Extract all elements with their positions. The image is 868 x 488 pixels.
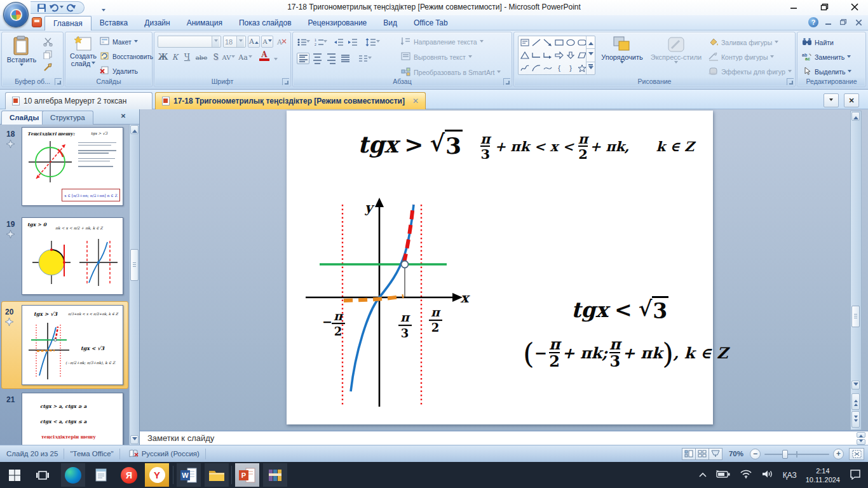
delete-slide-button[interactable]: Удалить — [100, 66, 138, 76]
shape-scribble-icon[interactable] — [519, 62, 531, 74]
volume-indicator[interactable] — [761, 470, 774, 481]
quick-styles-button[interactable]: Экспресс-стили — [648, 36, 705, 65]
minimize-button[interactable] — [785, 1, 802, 13]
drawing-dialog-launcher[interactable] — [787, 78, 794, 85]
battery-indicator[interactable] — [716, 470, 731, 481]
panel-close-button[interactable]: ✕ — [118, 112, 128, 122]
shapes-scroll-up[interactable] — [587, 36, 595, 48]
clipboard-dialog-launcher[interactable] — [55, 78, 62, 85]
notes-scroll-up[interactable] — [857, 432, 865, 438]
taskbar-yandex[interactable]: Y — [145, 463, 169, 487]
tab-close-button[interactable]: ✕ — [844, 93, 859, 107]
shrink-font-button[interactable]: A — [261, 36, 273, 48]
font-name-dropdown[interactable] — [212, 36, 219, 47]
tab-home[interactable]: Главная — [44, 16, 92, 30]
office-button[interactable] — [3, 2, 29, 27]
restore-button[interactable] — [816, 1, 832, 13]
tab-slides-thumbnails[interactable]: Слайды — [1, 111, 47, 125]
taskbar-yandex-browser[interactable]: Я — [117, 463, 141, 487]
wifi-indicator[interactable] — [740, 469, 752, 481]
shape-triangle-icon[interactable] — [519, 50, 531, 61]
copy-button[interactable] — [40, 49, 55, 60]
tab-office-tab[interactable]: Office Tab — [405, 16, 456, 30]
shape-fill-button[interactable]: Заливка фигуры — [709, 37, 778, 48]
clear-formatting-button[interactable]: A — [275, 36, 288, 48]
align-left-button[interactable] — [297, 53, 309, 64]
taskbar-winrar[interactable] — [263, 463, 287, 487]
find-button[interactable]: Найти — [802, 37, 834, 48]
start-button[interactable] — [3, 463, 27, 487]
slide-20-thumbnail[interactable]: tgx > √3 π/3+πk < x < π/2+πk, k ∈ Z tgx … — [22, 305, 123, 385]
normal-view-button[interactable] — [682, 448, 696, 460]
shape-arrow-icon[interactable] — [542, 37, 553, 48]
shape-elbow-connector-icon[interactable] — [531, 50, 542, 61]
bold-button[interactable]: Ж — [158, 51, 168, 63]
font-color-button[interactable]: A — [256, 50, 273, 62]
font-dialog-launcher[interactable] — [282, 78, 289, 85]
shapes-gallery-more[interactable] — [587, 62, 595, 74]
zoom-out-button[interactable]: − — [750, 449, 761, 459]
help-icon[interactable]: ? — [808, 17, 818, 27]
shape-right-brace-icon[interactable]: } — [565, 62, 576, 74]
panel-scroll-thumb[interactable] — [130, 249, 139, 281]
tab-insert[interactable]: Вставка — [92, 16, 137, 30]
scroll-thumb[interactable] — [851, 306, 860, 327]
font-name-combo[interactable] — [158, 36, 221, 48]
save-button[interactable] — [37, 3, 46, 13]
previous-slide-button[interactable] — [851, 393, 860, 410]
taskbar-notepad[interactable] — [89, 463, 113, 487]
zoom-slider[interactable] — [764, 449, 829, 459]
tab-outline[interactable]: Структура — [42, 111, 93, 125]
tab-review[interactable]: Рецензирование — [300, 16, 376, 30]
office-tab-addin-icon[interactable] — [32, 17, 42, 27]
font-size-dropdown[interactable] — [236, 36, 244, 47]
font-size-combo[interactable]: 18 — [223, 36, 246, 48]
slide-18-thumbnail[interactable]: Теңсіздікті шешу: tgx > √3 x ∈ [π/3+πn; … — [22, 127, 123, 206]
character-spacing-button[interactable]: AV — [222, 51, 236, 63]
shape-outline-button[interactable]: Контур фигуры — [709, 52, 774, 62]
cut-button[interactable] — [40, 36, 55, 48]
formula-interval-bottom[interactable]: ( − π2 + πk; π3 + πk ) , k ∈ Z — [523, 337, 728, 369]
tangent-graph[interactable]: y x − π 2 π 3 π 2 — [304, 197, 471, 410]
scroll-up-button[interactable] — [851, 112, 860, 121]
justify-button[interactable] — [339, 53, 351, 64]
doc-restore-button[interactable] — [837, 18, 849, 27]
shape-textbox-icon[interactable] — [519, 37, 531, 48]
notification-center-button[interactable] — [849, 468, 862, 482]
language-indicator[interactable]: Русский (Россия) — [142, 450, 200, 458]
slide-sorter-button[interactable] — [695, 448, 709, 460]
text-direction-button[interactable]: Направление текста — [401, 37, 484, 47]
tab-design[interactable]: Дизайн — [136, 16, 178, 30]
tray-expand-button[interactable] — [698, 470, 707, 481]
doc-minimize-button[interactable] — [822, 18, 834, 27]
bullets-button[interactable] — [297, 36, 311, 48]
panel-scroll-up[interactable] — [130, 125, 139, 134]
strikethrough-button[interactable]: abe — [194, 51, 209, 63]
task-view-button[interactable] — [31, 463, 55, 487]
font-color-dropdown[interactable] — [274, 53, 278, 65]
notes-scroll-down[interactable] — [857, 439, 865, 445]
taskbar-edge[interactable] — [61, 463, 85, 487]
panel-scroll-down[interactable] — [130, 435, 139, 444]
doc-tab-algebra[interactable]: 10 алгебра Меруерт 2 токсан — [5, 92, 153, 109]
shape-elbow-arrow-icon[interactable] — [542, 50, 553, 61]
slide-indicator[interactable]: Слайд 20 из 25 — [6, 450, 58, 458]
qat-customize-button[interactable] — [102, 4, 105, 16]
shape-arc-icon[interactable] — [531, 62, 542, 74]
scroll-down-button[interactable] — [851, 381, 860, 390]
columns-button[interactable] — [356, 53, 373, 64]
align-center-button[interactable] — [311, 53, 323, 64]
slide-canvas[interactable]: tgx> √3 π3 + πk < x < π2 + πk, k ∈ Z — [287, 111, 713, 424]
layout-button[interactable]: Макет — [100, 37, 138, 47]
tab-list-dropdown-button[interactable] — [824, 93, 839, 107]
align-text-button[interactable]: Выровнять текст — [401, 52, 472, 62]
shadow-button[interactable]: S — [210, 51, 221, 63]
shape-block-arrow-down-icon[interactable] — [565, 50, 576, 61]
paste-button[interactable]: Вставить — [7, 36, 36, 68]
spellcheck-icon[interactable] — [128, 449, 139, 459]
underline-button[interactable]: Ч — [182, 51, 193, 63]
shape-block-arrow-right-icon[interactable] — [553, 50, 565, 61]
line-spacing-button[interactable] — [364, 36, 381, 48]
formula-interval-top[interactable]: π3 + πk < x < π2 + πk, k ∈ Z — [478, 132, 694, 161]
shape-oval-icon[interactable] — [565, 37, 576, 48]
